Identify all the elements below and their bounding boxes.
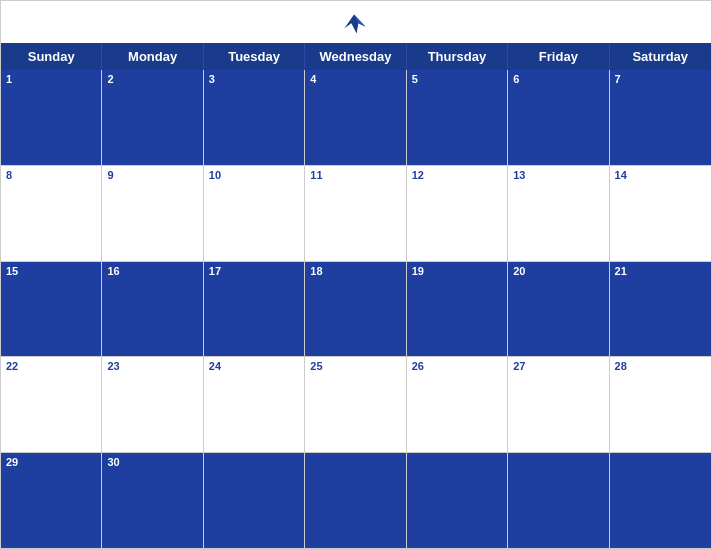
calendar-cell: 15 (1, 262, 102, 358)
calendar-cell (305, 453, 406, 549)
date-number: 16 (107, 265, 119, 277)
calendar-cell: 5 (407, 70, 508, 166)
date-number: 28 (615, 360, 627, 372)
date-number: 6 (513, 73, 519, 85)
calendar-cell: 4 (305, 70, 406, 166)
logo (341, 11, 371, 37)
day-tuesday: Tuesday (204, 43, 305, 70)
calendar-cell: 19 (407, 262, 508, 358)
date-number: 26 (412, 360, 424, 372)
date-number: 20 (513, 265, 525, 277)
day-sunday: Sunday (1, 43, 102, 70)
calendar-cell: 6 (508, 70, 609, 166)
calendar-cell (610, 453, 711, 549)
calendar-cell: 1 (1, 70, 102, 166)
day-friday: Friday (508, 43, 609, 70)
date-number: 23 (107, 360, 119, 372)
date-number: 21 (615, 265, 627, 277)
day-wednesday: Wednesday (305, 43, 406, 70)
calendar-cell: 10 (204, 166, 305, 262)
calendar-cell: 7 (610, 70, 711, 166)
week-row-1: 1234567 (1, 70, 711, 166)
date-number: 13 (513, 169, 525, 181)
date-number: 12 (412, 169, 424, 181)
calendar-cell: 20 (508, 262, 609, 358)
calendar-cell (204, 453, 305, 549)
date-number: 9 (107, 169, 113, 181)
calendar: Sunday Monday Tuesday Wednesday Thursday… (0, 0, 712, 550)
date-number: 2 (107, 73, 113, 85)
calendar-cell: 13 (508, 166, 609, 262)
week-row-5: 2930 (1, 453, 711, 549)
day-monday: Monday (102, 43, 203, 70)
calendar-cell: 14 (610, 166, 711, 262)
date-number: 19 (412, 265, 424, 277)
date-number: 18 (310, 265, 322, 277)
calendar-cell: 18 (305, 262, 406, 358)
logo-icon (341, 11, 367, 37)
calendar-cell: 26 (407, 357, 508, 453)
calendar-cell: 16 (102, 262, 203, 358)
date-number: 5 (412, 73, 418, 85)
calendar-cell: 25 (305, 357, 406, 453)
date-number: 8 (6, 169, 12, 181)
date-number: 17 (209, 265, 221, 277)
calendar-cell: 22 (1, 357, 102, 453)
date-number: 4 (310, 73, 316, 85)
date-number: 22 (6, 360, 18, 372)
date-number: 3 (209, 73, 215, 85)
date-number: 24 (209, 360, 221, 372)
date-number: 1 (6, 73, 12, 85)
calendar-cell: 3 (204, 70, 305, 166)
calendar-cell: 27 (508, 357, 609, 453)
calendar-cell: 21 (610, 262, 711, 358)
calendar-cell: 12 (407, 166, 508, 262)
date-number: 7 (615, 73, 621, 85)
calendar-cell: 11 (305, 166, 406, 262)
day-thursday: Thursday (407, 43, 508, 70)
date-number: 11 (310, 169, 322, 181)
calendar-cell: 29 (1, 453, 102, 549)
date-number: 27 (513, 360, 525, 372)
calendar-cell (407, 453, 508, 549)
date-number: 10 (209, 169, 221, 181)
calendar-cell: 8 (1, 166, 102, 262)
date-number: 15 (6, 265, 18, 277)
date-number: 14 (615, 169, 627, 181)
calendar-header (1, 1, 711, 43)
date-number: 25 (310, 360, 322, 372)
calendar-cell: 24 (204, 357, 305, 453)
calendar-cell: 30 (102, 453, 203, 549)
calendar-cell: 9 (102, 166, 203, 262)
date-number: 29 (6, 456, 18, 468)
calendar-cell: 23 (102, 357, 203, 453)
day-saturday: Saturday (610, 43, 711, 70)
calendar-cell: 17 (204, 262, 305, 358)
calendar-cell (508, 453, 609, 549)
day-headers: Sunday Monday Tuesday Wednesday Thursday… (1, 43, 711, 70)
week-row-4: 22232425262728 (1, 357, 711, 453)
week-row-3: 15161718192021 (1, 262, 711, 358)
calendar-grid: 1234567891011121314151617181920212223242… (1, 70, 711, 549)
calendar-cell: 28 (610, 357, 711, 453)
week-row-2: 891011121314 (1, 166, 711, 262)
date-number: 30 (107, 456, 119, 468)
calendar-cell: 2 (102, 70, 203, 166)
